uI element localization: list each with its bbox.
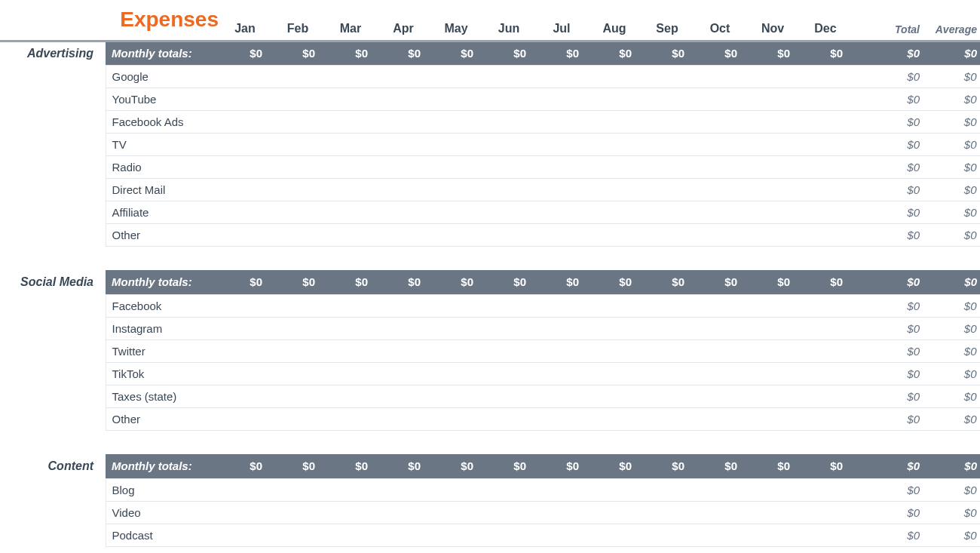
- item-month-cell[interactable]: [588, 478, 641, 501]
- item-month-cell[interactable]: [219, 501, 271, 524]
- item-month-cell[interactable]: [271, 407, 324, 430]
- item-month-cell[interactable]: [535, 317, 588, 339]
- item-month-cell[interactable]: [377, 478, 430, 501]
- item-month-cell[interactable]: [746, 407, 799, 430]
- item-month-cell[interactable]: [641, 201, 694, 223]
- item-month-cell[interactable]: [746, 201, 799, 223]
- item-month-cell[interactable]: [219, 362, 271, 385]
- item-month-cell[interactable]: [482, 155, 535, 178]
- item-month-cell[interactable]: [219, 223, 271, 246]
- item-month-cell[interactable]: [535, 155, 588, 178]
- item-month-cell[interactable]: [271, 501, 324, 524]
- item-month-cell[interactable]: [377, 65, 430, 88]
- item-month-cell[interactable]: [271, 133, 324, 155]
- item-month-cell[interactable]: [746, 155, 799, 178]
- item-month-cell[interactable]: [271, 362, 324, 385]
- item-month-cell[interactable]: [377, 155, 430, 178]
- item-month-cell[interactable]: [746, 339, 799, 362]
- item-month-cell[interactable]: [482, 88, 535, 110]
- item-month-cell[interactable]: [799, 385, 852, 407]
- item-month-cell[interactable]: [535, 201, 588, 223]
- item-month-cell[interactable]: [430, 155, 482, 178]
- item-month-cell[interactable]: [588, 201, 641, 223]
- item-month-cell[interactable]: [588, 178, 641, 201]
- item-month-cell[interactable]: [271, 385, 324, 407]
- item-month-cell[interactable]: [588, 88, 641, 110]
- item-month-cell[interactable]: [799, 524, 852, 546]
- item-month-cell[interactable]: [641, 88, 694, 110]
- item-month-cell[interactable]: [324, 407, 377, 430]
- item-month-cell[interactable]: [694, 501, 746, 524]
- item-month-cell[interactable]: [324, 133, 377, 155]
- item-month-cell[interactable]: [377, 362, 430, 385]
- item-month-cell[interactable]: [324, 524, 377, 546]
- item-month-cell[interactable]: [694, 201, 746, 223]
- item-month-cell[interactable]: [535, 339, 588, 362]
- item-month-cell[interactable]: [535, 223, 588, 246]
- item-month-cell[interactable]: [219, 110, 271, 133]
- item-month-cell[interactable]: [588, 65, 641, 88]
- item-month-cell[interactable]: [430, 223, 482, 246]
- item-month-cell[interactable]: [271, 155, 324, 178]
- item-month-cell[interactable]: [271, 88, 324, 110]
- item-month-cell[interactable]: [324, 362, 377, 385]
- item-month-cell[interactable]: [694, 110, 746, 133]
- item-month-cell[interactable]: [641, 385, 694, 407]
- item-month-cell[interactable]: [430, 294, 482, 317]
- item-month-cell[interactable]: [694, 178, 746, 201]
- item-month-cell[interactable]: [324, 294, 377, 317]
- item-month-cell[interactable]: [482, 385, 535, 407]
- item-month-cell[interactable]: [799, 501, 852, 524]
- item-month-cell[interactable]: [430, 201, 482, 223]
- item-month-cell[interactable]: [482, 110, 535, 133]
- item-month-cell[interactable]: [324, 178, 377, 201]
- item-month-cell[interactable]: [535, 294, 588, 317]
- item-month-cell[interactable]: [746, 385, 799, 407]
- item-month-cell[interactable]: [641, 478, 694, 501]
- item-month-cell[interactable]: [324, 317, 377, 339]
- item-month-cell[interactable]: [799, 201, 852, 223]
- item-month-cell[interactable]: [588, 155, 641, 178]
- item-month-cell[interactable]: [588, 362, 641, 385]
- item-month-cell[interactable]: [324, 65, 377, 88]
- item-month-cell[interactable]: [588, 501, 641, 524]
- item-month-cell[interactable]: [482, 223, 535, 246]
- item-month-cell[interactable]: [799, 478, 852, 501]
- item-month-cell[interactable]: [535, 362, 588, 385]
- item-month-cell[interactable]: [219, 407, 271, 430]
- item-month-cell[interactable]: [219, 65, 271, 88]
- item-month-cell[interactable]: [482, 294, 535, 317]
- item-month-cell[interactable]: [430, 65, 482, 88]
- item-month-cell[interactable]: [324, 201, 377, 223]
- item-month-cell[interactable]: [271, 201, 324, 223]
- item-month-cell[interactable]: [430, 362, 482, 385]
- item-month-cell[interactable]: [377, 294, 430, 317]
- item-month-cell[interactable]: [694, 317, 746, 339]
- item-month-cell[interactable]: [694, 339, 746, 362]
- item-month-cell[interactable]: [324, 110, 377, 133]
- item-month-cell[interactable]: [430, 407, 482, 430]
- item-month-cell[interactable]: [219, 88, 271, 110]
- item-month-cell[interactable]: [482, 339, 535, 362]
- item-month-cell[interactable]: [324, 501, 377, 524]
- item-month-cell[interactable]: [535, 65, 588, 88]
- item-month-cell[interactable]: [588, 110, 641, 133]
- item-month-cell[interactable]: [219, 294, 271, 317]
- item-month-cell[interactable]: [271, 178, 324, 201]
- item-month-cell[interactable]: [746, 223, 799, 246]
- item-month-cell[interactable]: [799, 133, 852, 155]
- item-month-cell[interactable]: [482, 407, 535, 430]
- item-month-cell[interactable]: [430, 110, 482, 133]
- item-month-cell[interactable]: [694, 155, 746, 178]
- item-month-cell[interactable]: [219, 385, 271, 407]
- item-month-cell[interactable]: [482, 65, 535, 88]
- item-month-cell[interactable]: [588, 339, 641, 362]
- item-month-cell[interactable]: [482, 201, 535, 223]
- item-month-cell[interactable]: [324, 223, 377, 246]
- item-month-cell[interactable]: [799, 223, 852, 246]
- item-month-cell[interactable]: [535, 88, 588, 110]
- item-month-cell[interactable]: [324, 155, 377, 178]
- item-month-cell[interactable]: [377, 339, 430, 362]
- item-month-cell[interactable]: [799, 362, 852, 385]
- item-month-cell[interactable]: [588, 524, 641, 546]
